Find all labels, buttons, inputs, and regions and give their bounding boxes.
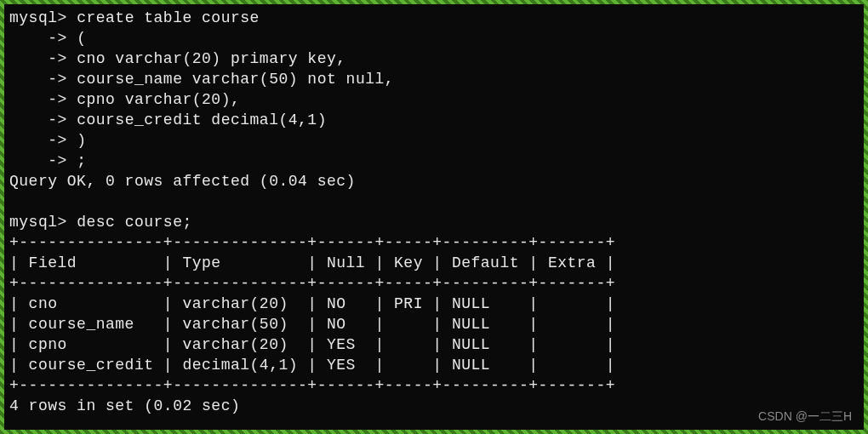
continuation: -> (9, 71, 67, 88)
table-row: | cno | varchar(20) | NO | PRI | NULL | … (9, 295, 615, 312)
rows-in-set-message: 4 rows in set (0.02 sec) (9, 397, 240, 414)
continuation: -> (9, 111, 67, 128)
table-header: | Field | Type | Null | Key | Default | … (9, 254, 615, 271)
create-line-7: ) (77, 132, 86, 149)
continuation: -> (9, 50, 67, 67)
table-border-top: +---------------+--------------+------+-… (9, 234, 615, 251)
table-border-mid: +---------------+--------------+------+-… (9, 275, 615, 292)
desc-command: desc course; (77, 214, 192, 231)
create-line-5: cpno varchar(20), (77, 91, 240, 108)
table-border-bottom: +---------------+--------------+------+-… (9, 377, 615, 394)
create-line-1: create table course (77, 9, 260, 26)
query-ok-message: Query OK, 0 rows affected (0.04 sec) (9, 173, 356, 190)
create-line-3: cno varchar(20) primary key, (77, 50, 345, 67)
table-row: | course_credit | decimal(4,1) | YES | |… (9, 357, 615, 374)
prompt: mysql> (9, 9, 67, 26)
continuation: -> (9, 91, 67, 108)
table-row: | course_name | varchar(50) | NO | | NUL… (9, 316, 615, 333)
create-line-4: course_name varchar(50) not null, (77, 71, 394, 88)
continuation: -> (9, 30, 67, 47)
create-line-2: ( (77, 30, 86, 47)
create-line-6: course_credit decimal(4,1) (77, 111, 327, 128)
create-line-8: ; (77, 152, 86, 169)
mysql-terminal[interactable]: mysql> create table course -> ( -> cno v… (4, 4, 864, 420)
prompt: mysql> (9, 214, 67, 231)
continuation: -> (9, 152, 67, 169)
table-row: | cpno | varchar(20) | YES | | NULL | | (9, 336, 615, 353)
watermark: CSDN @一二三H (758, 409, 852, 425)
continuation: -> (9, 132, 67, 149)
